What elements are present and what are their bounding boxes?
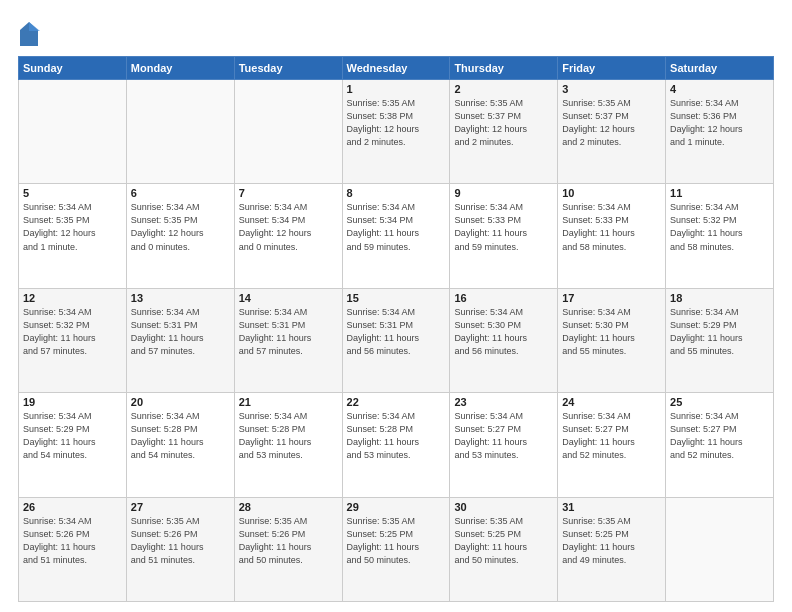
day-number: 29 bbox=[347, 501, 446, 513]
day-number: 22 bbox=[347, 396, 446, 408]
page: SundayMondayTuesdayWednesdayThursdayFrid… bbox=[0, 0, 792, 612]
calendar-week-row: 5Sunrise: 5:34 AM Sunset: 5:35 PM Daylig… bbox=[19, 184, 774, 288]
day-info: Sunrise: 5:35 AM Sunset: 5:26 PM Dayligh… bbox=[131, 515, 230, 567]
calendar-cell: 26Sunrise: 5:34 AM Sunset: 5:26 PM Dayli… bbox=[19, 497, 127, 601]
calendar-cell: 11Sunrise: 5:34 AM Sunset: 5:32 PM Dayli… bbox=[666, 184, 774, 288]
calendar-week-row: 19Sunrise: 5:34 AM Sunset: 5:29 PM Dayli… bbox=[19, 393, 774, 497]
calendar-cell: 31Sunrise: 5:35 AM Sunset: 5:25 PM Dayli… bbox=[558, 497, 666, 601]
day-info: Sunrise: 5:34 AM Sunset: 5:33 PM Dayligh… bbox=[562, 201, 661, 253]
day-info: Sunrise: 5:34 AM Sunset: 5:32 PM Dayligh… bbox=[23, 306, 122, 358]
calendar-header-row: SundayMondayTuesdayWednesdayThursdayFrid… bbox=[19, 57, 774, 80]
calendar-cell: 5Sunrise: 5:34 AM Sunset: 5:35 PM Daylig… bbox=[19, 184, 127, 288]
day-number: 18 bbox=[670, 292, 769, 304]
weekday-header: Saturday bbox=[666, 57, 774, 80]
day-info: Sunrise: 5:34 AM Sunset: 5:29 PM Dayligh… bbox=[23, 410, 122, 462]
logo bbox=[18, 20, 44, 48]
day-info: Sunrise: 5:34 AM Sunset: 5:31 PM Dayligh… bbox=[131, 306, 230, 358]
day-number: 15 bbox=[347, 292, 446, 304]
day-number: 30 bbox=[454, 501, 553, 513]
day-number: 5 bbox=[23, 187, 122, 199]
calendar-cell: 13Sunrise: 5:34 AM Sunset: 5:31 PM Dayli… bbox=[126, 288, 234, 392]
calendar-cell: 8Sunrise: 5:34 AM Sunset: 5:34 PM Daylig… bbox=[342, 184, 450, 288]
weekday-header: Sunday bbox=[19, 57, 127, 80]
calendar-cell: 19Sunrise: 5:34 AM Sunset: 5:29 PM Dayli… bbox=[19, 393, 127, 497]
day-number: 13 bbox=[131, 292, 230, 304]
calendar-cell: 4Sunrise: 5:34 AM Sunset: 5:36 PM Daylig… bbox=[666, 80, 774, 184]
day-number: 25 bbox=[670, 396, 769, 408]
day-info: Sunrise: 5:34 AM Sunset: 5:30 PM Dayligh… bbox=[454, 306, 553, 358]
day-info: Sunrise: 5:35 AM Sunset: 5:37 PM Dayligh… bbox=[562, 97, 661, 149]
calendar-cell: 16Sunrise: 5:34 AM Sunset: 5:30 PM Dayli… bbox=[450, 288, 558, 392]
day-info: Sunrise: 5:34 AM Sunset: 5:31 PM Dayligh… bbox=[347, 306, 446, 358]
calendar-cell: 22Sunrise: 5:34 AM Sunset: 5:28 PM Dayli… bbox=[342, 393, 450, 497]
calendar-cell: 6Sunrise: 5:34 AM Sunset: 5:35 PM Daylig… bbox=[126, 184, 234, 288]
day-info: Sunrise: 5:34 AM Sunset: 5:29 PM Dayligh… bbox=[670, 306, 769, 358]
day-info: Sunrise: 5:35 AM Sunset: 5:25 PM Dayligh… bbox=[562, 515, 661, 567]
day-info: Sunrise: 5:34 AM Sunset: 5:27 PM Dayligh… bbox=[454, 410, 553, 462]
day-info: Sunrise: 5:34 AM Sunset: 5:33 PM Dayligh… bbox=[454, 201, 553, 253]
day-number: 2 bbox=[454, 83, 553, 95]
day-number: 14 bbox=[239, 292, 338, 304]
day-number: 28 bbox=[239, 501, 338, 513]
calendar-cell: 15Sunrise: 5:34 AM Sunset: 5:31 PM Dayli… bbox=[342, 288, 450, 392]
weekday-header: Monday bbox=[126, 57, 234, 80]
day-info: Sunrise: 5:34 AM Sunset: 5:35 PM Dayligh… bbox=[131, 201, 230, 253]
calendar-cell: 7Sunrise: 5:34 AM Sunset: 5:34 PM Daylig… bbox=[234, 184, 342, 288]
day-number: 4 bbox=[670, 83, 769, 95]
calendar-cell bbox=[126, 80, 234, 184]
day-number: 24 bbox=[562, 396, 661, 408]
calendar-cell: 18Sunrise: 5:34 AM Sunset: 5:29 PM Dayli… bbox=[666, 288, 774, 392]
day-info: Sunrise: 5:34 AM Sunset: 5:26 PM Dayligh… bbox=[23, 515, 122, 567]
calendar-week-row: 12Sunrise: 5:34 AM Sunset: 5:32 PM Dayli… bbox=[19, 288, 774, 392]
day-number: 21 bbox=[239, 396, 338, 408]
calendar-cell: 3Sunrise: 5:35 AM Sunset: 5:37 PM Daylig… bbox=[558, 80, 666, 184]
calendar-cell: 21Sunrise: 5:34 AM Sunset: 5:28 PM Dayli… bbox=[234, 393, 342, 497]
day-info: Sunrise: 5:34 AM Sunset: 5:36 PM Dayligh… bbox=[670, 97, 769, 149]
calendar-cell: 28Sunrise: 5:35 AM Sunset: 5:26 PM Dayli… bbox=[234, 497, 342, 601]
day-number: 26 bbox=[23, 501, 122, 513]
day-number: 23 bbox=[454, 396, 553, 408]
day-number: 7 bbox=[239, 187, 338, 199]
day-info: Sunrise: 5:34 AM Sunset: 5:27 PM Dayligh… bbox=[562, 410, 661, 462]
day-info: Sunrise: 5:35 AM Sunset: 5:38 PM Dayligh… bbox=[347, 97, 446, 149]
logo-icon bbox=[18, 20, 40, 48]
day-info: Sunrise: 5:34 AM Sunset: 5:34 PM Dayligh… bbox=[347, 201, 446, 253]
day-info: Sunrise: 5:34 AM Sunset: 5:31 PM Dayligh… bbox=[239, 306, 338, 358]
day-info: Sunrise: 5:34 AM Sunset: 5:28 PM Dayligh… bbox=[239, 410, 338, 462]
calendar-cell bbox=[666, 497, 774, 601]
calendar-cell: 1Sunrise: 5:35 AM Sunset: 5:38 PM Daylig… bbox=[342, 80, 450, 184]
day-number: 9 bbox=[454, 187, 553, 199]
day-number: 31 bbox=[562, 501, 661, 513]
day-number: 1 bbox=[347, 83, 446, 95]
calendar-cell: 25Sunrise: 5:34 AM Sunset: 5:27 PM Dayli… bbox=[666, 393, 774, 497]
calendar-week-row: 26Sunrise: 5:34 AM Sunset: 5:26 PM Dayli… bbox=[19, 497, 774, 601]
weekday-header: Friday bbox=[558, 57, 666, 80]
day-number: 3 bbox=[562, 83, 661, 95]
day-number: 10 bbox=[562, 187, 661, 199]
svg-marker-1 bbox=[29, 22, 40, 31]
day-number: 16 bbox=[454, 292, 553, 304]
day-info: Sunrise: 5:35 AM Sunset: 5:37 PM Dayligh… bbox=[454, 97, 553, 149]
day-info: Sunrise: 5:34 AM Sunset: 5:35 PM Dayligh… bbox=[23, 201, 122, 253]
calendar-cell: 9Sunrise: 5:34 AM Sunset: 5:33 PM Daylig… bbox=[450, 184, 558, 288]
day-number: 27 bbox=[131, 501, 230, 513]
header bbox=[18, 16, 774, 48]
day-info: Sunrise: 5:34 AM Sunset: 5:27 PM Dayligh… bbox=[670, 410, 769, 462]
day-info: Sunrise: 5:35 AM Sunset: 5:25 PM Dayligh… bbox=[454, 515, 553, 567]
day-number: 11 bbox=[670, 187, 769, 199]
calendar-cell: 17Sunrise: 5:34 AM Sunset: 5:30 PM Dayli… bbox=[558, 288, 666, 392]
calendar-cell: 14Sunrise: 5:34 AM Sunset: 5:31 PM Dayli… bbox=[234, 288, 342, 392]
weekday-header: Thursday bbox=[450, 57, 558, 80]
day-info: Sunrise: 5:34 AM Sunset: 5:30 PM Dayligh… bbox=[562, 306, 661, 358]
day-number: 8 bbox=[347, 187, 446, 199]
calendar-week-row: 1Sunrise: 5:35 AM Sunset: 5:38 PM Daylig… bbox=[19, 80, 774, 184]
weekday-header: Tuesday bbox=[234, 57, 342, 80]
calendar-cell: 10Sunrise: 5:34 AM Sunset: 5:33 PM Dayli… bbox=[558, 184, 666, 288]
calendar-cell: 30Sunrise: 5:35 AM Sunset: 5:25 PM Dayli… bbox=[450, 497, 558, 601]
day-info: Sunrise: 5:35 AM Sunset: 5:26 PM Dayligh… bbox=[239, 515, 338, 567]
day-info: Sunrise: 5:34 AM Sunset: 5:28 PM Dayligh… bbox=[131, 410, 230, 462]
calendar-table: SundayMondayTuesdayWednesdayThursdayFrid… bbox=[18, 56, 774, 602]
calendar-cell: 12Sunrise: 5:34 AM Sunset: 5:32 PM Dayli… bbox=[19, 288, 127, 392]
calendar-cell: 29Sunrise: 5:35 AM Sunset: 5:25 PM Dayli… bbox=[342, 497, 450, 601]
calendar-cell bbox=[19, 80, 127, 184]
